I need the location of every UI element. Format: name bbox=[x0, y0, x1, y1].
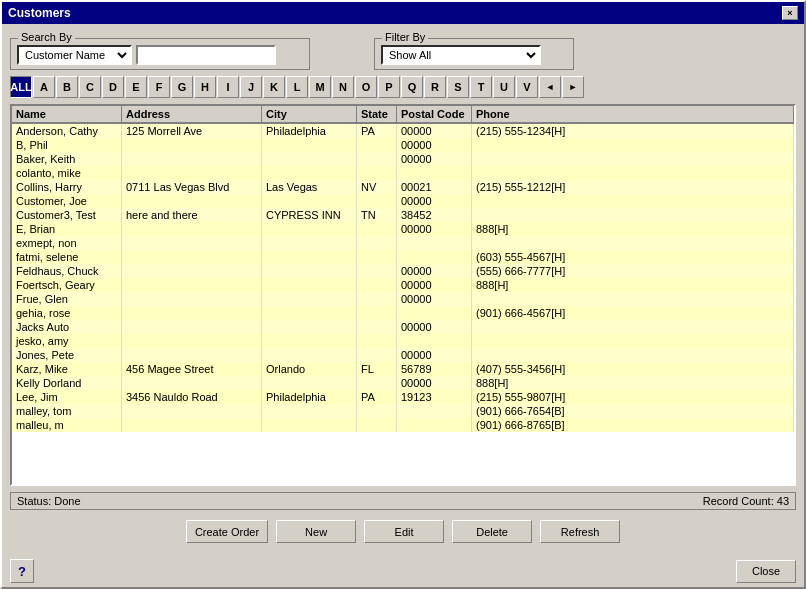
alpha-btn-d[interactable]: D bbox=[102, 76, 124, 98]
filter-by-select[interactable]: Show All Active Inactive bbox=[381, 45, 541, 65]
alpha-btn-b[interactable]: B bbox=[56, 76, 78, 98]
table-cell bbox=[357, 152, 397, 166]
table-cell bbox=[262, 418, 357, 432]
table-cell: 0711 Las Vegas Blvd bbox=[122, 180, 262, 194]
close-button-bottom[interactable]: Close bbox=[736, 560, 796, 583]
alpha-btn-c[interactable]: C bbox=[79, 76, 101, 98]
alpha-next-btn[interactable]: ► bbox=[562, 76, 584, 98]
table-row[interactable]: Jacks Auto00000 bbox=[12, 320, 794, 334]
help-button[interactable]: ? bbox=[10, 559, 34, 583]
table-row[interactable]: Frue, Glen00000 bbox=[12, 292, 794, 306]
alpha-btn-l[interactable]: L bbox=[286, 76, 308, 98]
table-row[interactable]: E, Brian00000888[H] bbox=[12, 222, 794, 236]
table-cell: 00000 bbox=[397, 264, 472, 278]
alpha-btn-a[interactable]: A bbox=[33, 76, 55, 98]
table-row[interactable]: exmept, non bbox=[12, 236, 794, 250]
alpha-btn-q[interactable]: Q bbox=[401, 76, 423, 98]
edit-button[interactable]: Edit bbox=[364, 520, 444, 543]
table-cell bbox=[357, 376, 397, 390]
alpha-btn-r[interactable]: R bbox=[424, 76, 446, 98]
alpha-btn-all[interactable]: ALL bbox=[10, 76, 32, 98]
alpha-btn-f[interactable]: F bbox=[148, 76, 170, 98]
alpha-btn-k[interactable]: K bbox=[263, 76, 285, 98]
table-cell bbox=[357, 418, 397, 432]
alpha-btn-p[interactable]: P bbox=[378, 76, 400, 98]
table-cell: 00000 bbox=[397, 292, 472, 306]
table-cell bbox=[262, 264, 357, 278]
close-button[interactable]: × bbox=[782, 6, 798, 20]
table-cell bbox=[262, 250, 357, 264]
table-cell bbox=[122, 250, 262, 264]
table-cell bbox=[122, 166, 262, 180]
table-cell: exmept, non bbox=[12, 236, 122, 250]
alpha-btn-i[interactable]: I bbox=[217, 76, 239, 98]
table-cell bbox=[122, 334, 262, 348]
record-count: Record Count: 43 bbox=[703, 495, 789, 507]
alpha-btn-g[interactable]: G bbox=[171, 76, 193, 98]
table-row[interactable]: B, Phil00000 bbox=[12, 138, 794, 152]
alpha-btn-o[interactable]: O bbox=[355, 76, 377, 98]
table-cell bbox=[122, 418, 262, 432]
table-cell: 00000 bbox=[397, 320, 472, 334]
alpha-btn-s[interactable]: S bbox=[447, 76, 469, 98]
search-input[interactable] bbox=[136, 45, 276, 65]
filter-by-label: Filter By bbox=[382, 31, 428, 43]
table-cell: malleu, m bbox=[12, 418, 122, 432]
table-row[interactable]: malley, tom(901) 666-7654[B] bbox=[12, 404, 794, 418]
table-cell bbox=[357, 292, 397, 306]
table-cell: Customer3, Test bbox=[12, 208, 122, 222]
alpha-btn-u[interactable]: U bbox=[493, 76, 515, 98]
table-row[interactable]: Lee, Jim3456 Nauldo RoadPhiladelphiaPA19… bbox=[12, 390, 794, 404]
alpha-btn-e[interactable]: E bbox=[125, 76, 147, 98]
table-cell: (215) 555-9807[H] bbox=[472, 390, 794, 404]
table-cell bbox=[262, 278, 357, 292]
header-name: Name bbox=[12, 106, 122, 123]
table-row[interactable]: colanto, mike bbox=[12, 166, 794, 180]
table-cell: Karz, Mike bbox=[12, 362, 122, 376]
table-row[interactable]: Feldhaus, Chuck00000(555) 666-7777[H] bbox=[12, 264, 794, 278]
table-row[interactable]: Kelly Dorland00000888[H] bbox=[12, 376, 794, 390]
table-cell: Las Vegas bbox=[262, 180, 357, 194]
table-row[interactable]: fatmi, selene(603) 555-4567[H] bbox=[12, 250, 794, 264]
table-row[interactable]: Collins, Harry0711 Las Vegas BlvdLas Veg… bbox=[12, 180, 794, 194]
table-row[interactable]: malleu, m(901) 666-8765[B] bbox=[12, 418, 794, 432]
table-cell bbox=[122, 194, 262, 208]
table-cell bbox=[472, 194, 794, 208]
alpha-btn-v[interactable]: V bbox=[516, 76, 538, 98]
new-button[interactable]: New bbox=[276, 520, 356, 543]
status-bar: Status: Done Record Count: 43 bbox=[10, 492, 796, 510]
table-body[interactable]: Anderson, Cathy125 Morrell AvePhiladelph… bbox=[12, 124, 794, 484]
table-cell bbox=[262, 404, 357, 418]
alpha-btn-m[interactable]: M bbox=[309, 76, 331, 98]
table-row[interactable]: Jones, Pete00000 bbox=[12, 348, 794, 362]
table-row[interactable]: Karz, Mike456 Magee StreetOrlandoFL56789… bbox=[12, 362, 794, 376]
table-row[interactable]: Anderson, Cathy125 Morrell AvePhiladelph… bbox=[12, 124, 794, 138]
customers-window: Customers × Search By Customer Name Addr… bbox=[0, 0, 806, 589]
header-address: Address bbox=[122, 106, 262, 123]
alpha-btn-t[interactable]: T bbox=[470, 76, 492, 98]
create-order-button[interactable]: Create Order bbox=[186, 520, 268, 543]
refresh-button[interactable]: Refresh bbox=[540, 520, 620, 543]
table-row[interactable]: Foertsch, Geary00000888[H] bbox=[12, 278, 794, 292]
table-row[interactable]: gehia, rose(901) 666-4567[H] bbox=[12, 306, 794, 320]
table-row[interactable]: Customer3, Testhere and thereCYPRESS INN… bbox=[12, 208, 794, 222]
alpha-btn-j[interactable]: J bbox=[240, 76, 262, 98]
alpha-prev-btn[interactable]: ◄ bbox=[539, 76, 561, 98]
table-cell: colanto, mike bbox=[12, 166, 122, 180]
table-cell: here and there bbox=[122, 208, 262, 222]
table-cell bbox=[357, 306, 397, 320]
table-cell: Lee, Jim bbox=[12, 390, 122, 404]
table-row[interactable]: jesko, amy bbox=[12, 334, 794, 348]
search-by-label: Search By bbox=[18, 31, 75, 43]
delete-button[interactable]: Delete bbox=[452, 520, 532, 543]
search-by-select[interactable]: Customer Name Address City Phone bbox=[17, 45, 132, 65]
alpha-btn-n[interactable]: N bbox=[332, 76, 354, 98]
table-cell: Jacks Auto bbox=[12, 320, 122, 334]
table-row[interactable]: Baker, Keith00000 bbox=[12, 152, 794, 166]
alpha-btn-h[interactable]: H bbox=[194, 76, 216, 98]
table-cell: Jones, Pete bbox=[12, 348, 122, 362]
table-cell: 00000 bbox=[397, 376, 472, 390]
customers-table: Name Address City State Postal Code Phon… bbox=[10, 104, 796, 486]
table-row[interactable]: Customer, Joe00000 bbox=[12, 194, 794, 208]
table-cell: 19123 bbox=[397, 390, 472, 404]
